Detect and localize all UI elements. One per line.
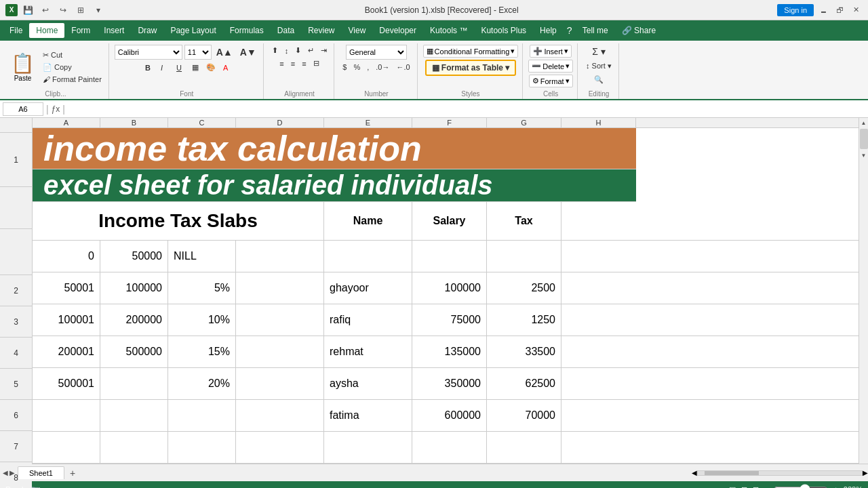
- copy-button[interactable]: 📄 Copy: [40, 62, 104, 73]
- menu-view[interactable]: View: [342, 23, 373, 38]
- search-button[interactable]: 🔍: [591, 74, 606, 85]
- cell-d7[interactable]: [236, 400, 324, 431]
- cell-g7[interactable]: 70000: [487, 400, 561, 431]
- cut-button[interactable]: ✂ Cut: [40, 49, 104, 61]
- currency-button[interactable]: $: [340, 62, 349, 73]
- menu-draw[interactable]: Draw: [131, 23, 163, 38]
- conditional-formatting-button[interactable]: ▦ Conditional Formatting ▾: [423, 45, 519, 58]
- hscroll-right[interactable]: ▶: [863, 469, 868, 476]
- align-right-button[interactable]: ≡: [299, 58, 309, 69]
- cell-f7[interactable]: 600000: [412, 400, 487, 431]
- insert-button[interactable]: ➕ Insert ▾: [530, 45, 572, 58]
- tax-header-cell[interactable]: Tax: [487, 202, 561, 240]
- cell-a7[interactable]: [33, 400, 100, 431]
- view-page-icon[interactable]: ⊡: [753, 485, 759, 489]
- cell-b2[interactable]: 50000: [100, 241, 168, 272]
- paste-button[interactable]: 📋 Paste: [7, 49, 39, 85]
- menu-page-layout[interactable]: Page Layout: [163, 23, 222, 38]
- cell-f5[interactable]: 135000: [412, 336, 487, 367]
- hscroll-thumb[interactable]: [705, 471, 759, 475]
- formula-input[interactable]: [68, 102, 865, 116]
- cell-c6[interactable]: 20%: [168, 368, 236, 399]
- sort-button[interactable]: ↕ Sort ▾: [583, 60, 614, 72]
- cell-e8[interactable]: [324, 432, 412, 463]
- cell-e7[interactable]: fatima: [324, 400, 412, 431]
- italic-button[interactable]: I: [158, 62, 172, 73]
- increase-font-button[interactable]: A▲: [214, 45, 235, 59]
- cell-d4[interactable]: [236, 304, 324, 336]
- wrap-text-button[interactable]: ↵: [305, 45, 317, 56]
- sheet-prev[interactable]: ◀: [3, 469, 8, 476]
- menu-kutools-plus[interactable]: Kutools Plus: [474, 23, 533, 38]
- menu-formulas[interactable]: Formulas: [223, 23, 271, 38]
- indent-button[interactable]: ⇥: [318, 45, 330, 56]
- delete-button[interactable]: ➖ Delete ▾: [528, 60, 573, 73]
- cell-f8[interactable]: [412, 432, 487, 463]
- cell-g2[interactable]: [487, 241, 561, 272]
- menu-review[interactable]: Review: [301, 23, 341, 38]
- bold-button[interactable]: B: [142, 62, 156, 73]
- menu-home[interactable]: Home: [29, 23, 64, 38]
- hscroll-left[interactable]: ◀: [692, 469, 697, 476]
- save-button[interactable]: 💾: [20, 3, 35, 18]
- align-bottom-button[interactable]: ⬇: [292, 45, 304, 56]
- scroll-thumb[interactable]: [860, 129, 868, 149]
- cell-g6[interactable]: 62500: [487, 368, 561, 399]
- cell-e6[interactable]: aysha: [324, 368, 412, 399]
- font-color-button[interactable]: A: [220, 62, 231, 73]
- sum-button[interactable]: Σ ▾: [589, 45, 608, 58]
- scroll-down[interactable]: ▼: [859, 150, 869, 160]
- cell-f6[interactable]: 350000: [412, 368, 487, 399]
- menu-data[interactable]: Data: [271, 23, 301, 38]
- sheet-tab-sheet1[interactable]: Sheet1: [18, 466, 64, 479]
- cell-e4[interactable]: rafiq: [324, 304, 412, 336]
- sign-in-button[interactable]: Sign in: [777, 4, 814, 16]
- cell-c5[interactable]: 15%: [168, 336, 236, 367]
- cell-g4[interactable]: 1250: [487, 304, 561, 336]
- cell-a5[interactable]: 200001: [33, 336, 100, 367]
- sheet-next[interactable]: ▶: [9, 469, 15, 476]
- close-button[interactable]: ✕: [849, 3, 863, 17]
- merge-button[interactable]: ⊟: [311, 58, 322, 69]
- cell-a4[interactable]: 100001: [33, 304, 100, 336]
- menu-share[interactable]: 🔗 Share: [615, 23, 663, 38]
- comma-button[interactable]: ,: [364, 62, 372, 73]
- cell-h5[interactable]: [561, 336, 859, 367]
- cell-h2[interactable]: [561, 241, 859, 272]
- form-button[interactable]: ⊞: [73, 3, 88, 18]
- horizontal-scrollbar[interactable]: ◀ ▶: [692, 469, 868, 476]
- align-top-button[interactable]: ⬆: [269, 45, 281, 56]
- cell-c3[interactable]: 5%: [168, 272, 236, 304]
- fill-color-button[interactable]: 🎨: [203, 62, 218, 73]
- name-header-cell[interactable]: Name: [324, 202, 412, 240]
- cell-c8[interactable]: [168, 432, 236, 463]
- function-wizard[interactable]: ƒx: [52, 104, 60, 114]
- cell-e5[interactable]: rehmat: [324, 336, 412, 367]
- view-layout-icon[interactable]: ⊞: [741, 485, 747, 489]
- cell-b7[interactable]: [100, 400, 168, 431]
- cell-g3[interactable]: 2500: [487, 272, 561, 304]
- view-normal-icon[interactable]: ▣: [729, 485, 736, 489]
- cell-f4[interactable]: 75000: [412, 304, 487, 336]
- cell-h6[interactable]: [561, 368, 859, 399]
- cell-g5[interactable]: 33500: [487, 336, 561, 367]
- menu-insert[interactable]: Insert: [97, 23, 131, 38]
- align-left-button[interactable]: ≡: [277, 58, 286, 69]
- redo-button[interactable]: ↪: [56, 3, 71, 18]
- percent-button[interactable]: %: [351, 62, 363, 73]
- zoom-in-icon[interactable]: +: [833, 485, 837, 488]
- undo-button[interactable]: ↩: [38, 3, 53, 18]
- font-size-select[interactable]: 11: [184, 45, 212, 60]
- menu-kutools[interactable]: Kutools ™: [423, 23, 474, 38]
- cell-c2[interactable]: NILL: [168, 241, 236, 272]
- cell-g8[interactable]: [487, 432, 561, 463]
- cell-c7[interactable]: [168, 400, 236, 431]
- cell-d5[interactable]: [236, 336, 324, 367]
- cell-f2[interactable]: [412, 241, 487, 272]
- cell-a8[interactable]: [33, 432, 100, 463]
- cell-h8[interactable]: [561, 432, 859, 463]
- cell-a2[interactable]: 0: [33, 241, 100, 272]
- hscroll-track[interactable]: [697, 470, 863, 476]
- salary-header-cell[interactable]: Salary: [412, 202, 487, 240]
- format-as-table-button[interactable]: ▦ Format as Table ▾: [425, 60, 516, 76]
